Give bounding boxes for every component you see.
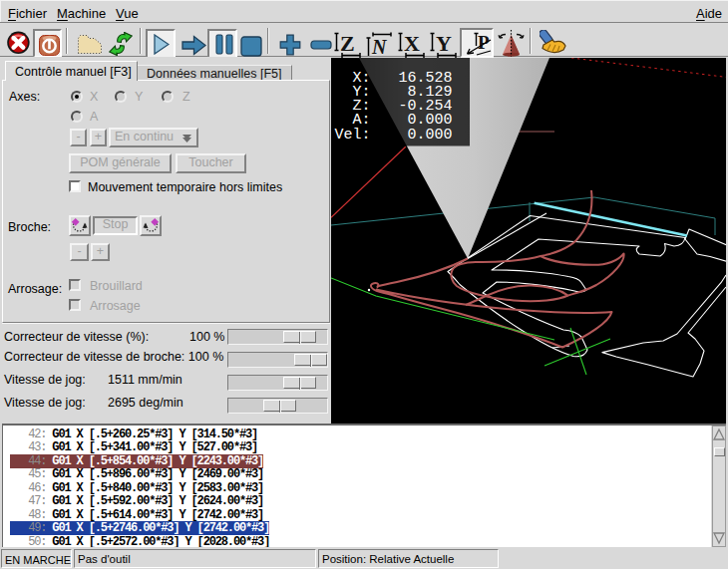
svg-text:Y: Y — [436, 32, 452, 56]
svg-text:P: P — [478, 32, 490, 53]
svg-text:X: X — [404, 32, 420, 56]
svg-text:Vel:: Vel: — [334, 127, 370, 143]
svg-text:0.000: 0.000 — [407, 127, 452, 143]
svg-text:N: N — [371, 36, 388, 58]
svg-text:Z: Z — [340, 32, 355, 56]
